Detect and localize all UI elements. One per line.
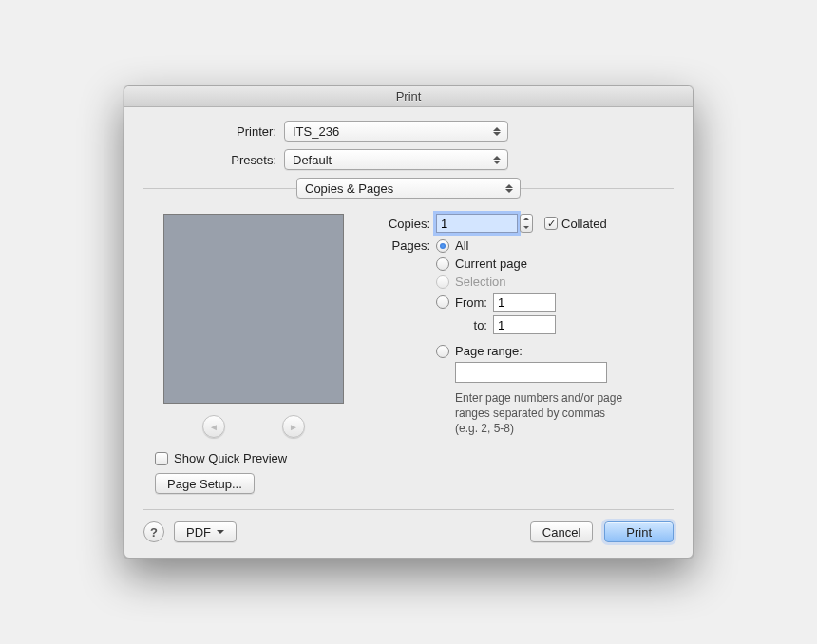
copies-label: Copies: xyxy=(381,217,436,231)
pages-to-label: to: xyxy=(455,318,493,332)
pages-current-label: Current page xyxy=(455,256,527,271)
divider xyxy=(143,509,674,510)
pages-range-radio[interactable] xyxy=(436,345,449,358)
preview-next-button[interactable]: ► xyxy=(282,415,305,438)
copies-stepper[interactable] xyxy=(520,214,533,233)
page-setup-button[interactable]: Page Setup... xyxy=(155,473,255,494)
chevron-down-icon xyxy=(217,530,224,534)
pages-range-hint: Enter page numbers and/or page ranges se… xyxy=(455,390,626,437)
preview-prev-button[interactable]: ◄ xyxy=(202,415,225,438)
show-preview-checkbox[interactable] xyxy=(155,452,168,465)
pages-label: Pages: xyxy=(381,238,436,253)
pages-to-input[interactable] xyxy=(493,315,556,334)
pages-from-label: From: xyxy=(455,295,493,310)
window-titlebar: Print xyxy=(124,86,693,107)
pages-all-radio[interactable] xyxy=(436,239,449,253)
cancel-button[interactable]: Cancel xyxy=(530,521,593,542)
select-arrows-icon xyxy=(503,180,516,196)
collated-label: Collated xyxy=(561,217,607,231)
preview-panel: ◄ ► Show Quick Preview Page Setup... xyxy=(149,214,358,494)
printer-label: Printer: xyxy=(143,124,284,139)
presets-value: Default xyxy=(293,153,332,167)
presets-label: Presets: xyxy=(143,153,284,167)
dialog-content: Printer: ITS_236 Presets: Default Copies… xyxy=(124,107,693,558)
options-panel: Copies: Collated Pages: xyxy=(381,214,668,494)
help-button[interactable]: ? xyxy=(143,521,164,542)
pages-current-radio[interactable] xyxy=(436,257,449,271)
pages-all-label: All xyxy=(455,238,468,253)
printer-value: ITS_236 xyxy=(293,124,339,139)
presets-select[interactable]: Default xyxy=(284,149,508,170)
pages-selection-radio xyxy=(436,275,449,289)
section-value: Copies & Pages xyxy=(305,181,393,196)
pages-from-radio[interactable] xyxy=(436,295,449,309)
section-select[interactable]: Copies & Pages xyxy=(296,178,521,199)
pages-range-label: Page range: xyxy=(455,344,522,358)
print-button[interactable]: Print xyxy=(604,521,674,542)
collated-checkbox[interactable] xyxy=(544,217,558,230)
copies-input[interactable] xyxy=(436,214,518,233)
printer-select[interactable]: ITS_236 xyxy=(284,121,508,142)
pages-selection-label: Selection xyxy=(455,275,505,289)
window-title: Print xyxy=(396,89,422,104)
show-preview-label: Show Quick Preview xyxy=(174,451,287,465)
print-dialog: Print Printer: ITS_236 Presets: Default … xyxy=(124,85,694,559)
select-arrows-icon xyxy=(490,123,504,139)
pages-from-input[interactable] xyxy=(493,293,556,312)
pdf-menu-button[interactable]: PDF xyxy=(174,521,237,542)
select-arrows-icon xyxy=(490,152,504,167)
pages-range-input[interactable] xyxy=(455,362,607,383)
preview-thumbnail xyxy=(163,214,344,404)
